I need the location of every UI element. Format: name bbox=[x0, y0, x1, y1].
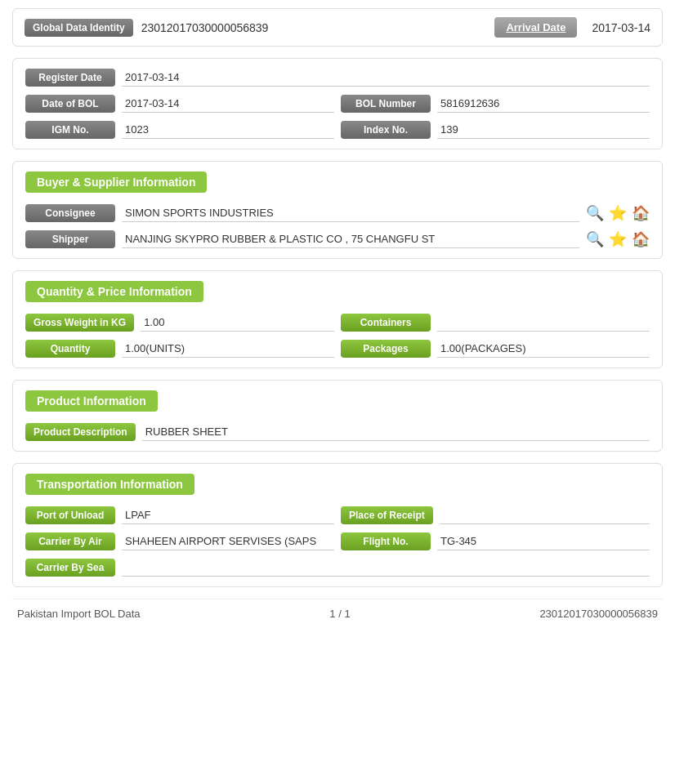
gdi-value: 23012017030000056839 bbox=[141, 21, 487, 34]
register-date-label: Register Date bbox=[25, 69, 115, 87]
place-of-receipt-col: Place of Receipt bbox=[341, 506, 650, 524]
carrier-by-air-value: SHAHEEN AIRPORT SERVISES (SAPS bbox=[122, 532, 334, 550]
packages-value: 1.00(PACKAGES) bbox=[437, 340, 650, 358]
index-no-col: Index No. 139 bbox=[341, 121, 650, 139]
global-data-identity-label: Global Data Identity bbox=[25, 19, 133, 37]
transportation-header: Transportation Information bbox=[25, 474, 194, 495]
date-of-bol-col: Date of BOL 2017-03-14 bbox=[25, 95, 334, 113]
flight-no-col: Flight No. TG-345 bbox=[341, 532, 650, 550]
igm-no-value: 1023 bbox=[122, 121, 334, 139]
port-of-unload-value: LPAF bbox=[122, 506, 334, 524]
flight-no-label: Flight No. bbox=[341, 532, 431, 550]
gross-weight-row: Gross Weight in KG 1.00 Containers bbox=[25, 314, 650, 332]
register-date-row: Register Date 2017-03-14 bbox=[25, 69, 650, 87]
containers-value bbox=[437, 314, 650, 332]
bol-number-label: BOL Number bbox=[341, 95, 431, 113]
shipper-icons: 🔍 ⭐ 🏠 bbox=[586, 230, 650, 248]
buyer-supplier-card: Buyer & Supplier Information Consignee S… bbox=[12, 161, 663, 259]
global-data-identity-bar: Global Data Identity 2301201703000005683… bbox=[12, 8, 663, 47]
port-of-unload-label: Port of Unload bbox=[25, 506, 115, 524]
quantity-row: Quantity 1.00(UNITS) Packages 1.00(PACKA… bbox=[25, 340, 650, 358]
arrival-date-button[interactable]: Arrival Date bbox=[494, 17, 577, 38]
date-of-bol-label: Date of BOL bbox=[25, 95, 115, 113]
carrier-by-sea-label: Carrier By Sea bbox=[25, 559, 115, 577]
bol-number-col: BOL Number 5816912636 bbox=[341, 95, 650, 113]
product-info-card: Product Information Product Description … bbox=[12, 380, 663, 452]
carrier-sea-row: Carrier By Sea bbox=[25, 559, 650, 577]
product-desc-value: RUBBER SHEET bbox=[142, 423, 650, 441]
carrier-by-air-label: Carrier By Air bbox=[25, 532, 115, 550]
carrier-air-col: Carrier By Air SHAHEEN AIRPORT SERVISES … bbox=[25, 532, 334, 550]
bol-row: Date of BOL 2017-03-14 BOL Number 581691… bbox=[25, 95, 650, 113]
quantity-col: Quantity 1.00(UNITS) bbox=[25, 340, 334, 358]
footer-left: Pakistan Import BOL Data bbox=[17, 608, 141, 620]
date-of-bol-value: 2017-03-14 bbox=[122, 95, 334, 113]
index-no-value: 139 bbox=[437, 121, 650, 139]
shipper-row: Shipper NANJING SKYPRO RUBBER & PLASTIC … bbox=[25, 230, 650, 248]
shipper-search-icon[interactable]: 🔍 bbox=[586, 230, 604, 248]
product-desc-row: Product Description RUBBER SHEET bbox=[25, 423, 650, 441]
place-of-receipt-label: Place of Receipt bbox=[341, 506, 433, 524]
consignee-row: Consignee SIMON SPORTS INDUSTRIES 🔍 ⭐ 🏠 bbox=[25, 204, 650, 222]
page-wrapper: Global Data Identity 2301201703000005683… bbox=[0, 0, 675, 636]
shipper-label: Shipper bbox=[25, 230, 115, 248]
quantity-price-card: Quantity & Price Information Gross Weigh… bbox=[12, 270, 663, 368]
footer-right: 23012017030000056839 bbox=[539, 608, 658, 620]
arrival-date-value: 2017-03-14 bbox=[592, 21, 650, 34]
consignee-icons: 🔍 ⭐ 🏠 bbox=[586, 204, 650, 222]
packages-col: Packages 1.00(PACKAGES) bbox=[341, 340, 650, 358]
gross-weight-value: 1.00 bbox=[141, 314, 334, 332]
igm-no-col: IGM No. 1023 bbox=[25, 121, 334, 139]
buyer-supplier-header: Buyer & Supplier Information bbox=[25, 172, 207, 193]
page-footer: Pakistan Import BOL Data 1 / 1 230120170… bbox=[12, 599, 663, 628]
gross-weight-col: Gross Weight in KG 1.00 bbox=[25, 314, 334, 332]
consignee-star-icon[interactable]: ⭐ bbox=[609, 204, 627, 222]
bol-number-value: 5816912636 bbox=[437, 95, 650, 113]
port-unload-row: Port of Unload LPAF Place of Receipt bbox=[25, 506, 650, 524]
transportation-card: Transportation Information Port of Unloa… bbox=[12, 463, 663, 587]
carrier-by-sea-value bbox=[122, 559, 650, 577]
igm-row: IGM No. 1023 Index No. 139 bbox=[25, 121, 650, 139]
consignee-home-icon[interactable]: 🏠 bbox=[632, 204, 650, 222]
packages-label: Packages bbox=[341, 340, 431, 358]
basic-info-card: Register Date 2017-03-14 Date of BOL 201… bbox=[12, 58, 663, 149]
consignee-search-icon[interactable]: 🔍 bbox=[586, 204, 604, 222]
shipper-value: NANJING SKYPRO RUBBER & PLASTIC CO , 75 … bbox=[122, 230, 579, 248]
quantity-label: Quantity bbox=[25, 340, 115, 358]
containers-label: Containers bbox=[341, 314, 431, 332]
quantity-value: 1.00(UNITS) bbox=[122, 340, 334, 358]
carrier-air-row: Carrier By Air SHAHEEN AIRPORT SERVISES … bbox=[25, 532, 650, 550]
igm-no-label: IGM No. bbox=[25, 121, 115, 139]
port-unload-col: Port of Unload LPAF bbox=[25, 506, 334, 524]
place-of-receipt-value bbox=[440, 506, 650, 524]
footer-center: 1 / 1 bbox=[329, 608, 350, 620]
product-desc-label: Product Description bbox=[25, 423, 136, 441]
consignee-value: SIMON SPORTS INDUSTRIES bbox=[122, 204, 579, 222]
quantity-price-header: Quantity & Price Information bbox=[25, 281, 203, 302]
product-info-header: Product Information bbox=[25, 390, 158, 412]
gross-weight-label: Gross Weight in KG bbox=[25, 314, 134, 332]
shipper-star-icon[interactable]: ⭐ bbox=[609, 230, 627, 248]
shipper-home-icon[interactable]: 🏠 bbox=[632, 230, 650, 248]
containers-col: Containers bbox=[341, 314, 650, 332]
consignee-label: Consignee bbox=[25, 204, 115, 222]
flight-no-value: TG-345 bbox=[437, 532, 650, 550]
index-no-label: Index No. bbox=[341, 121, 431, 139]
register-date-value: 2017-03-14 bbox=[122, 69, 650, 87]
